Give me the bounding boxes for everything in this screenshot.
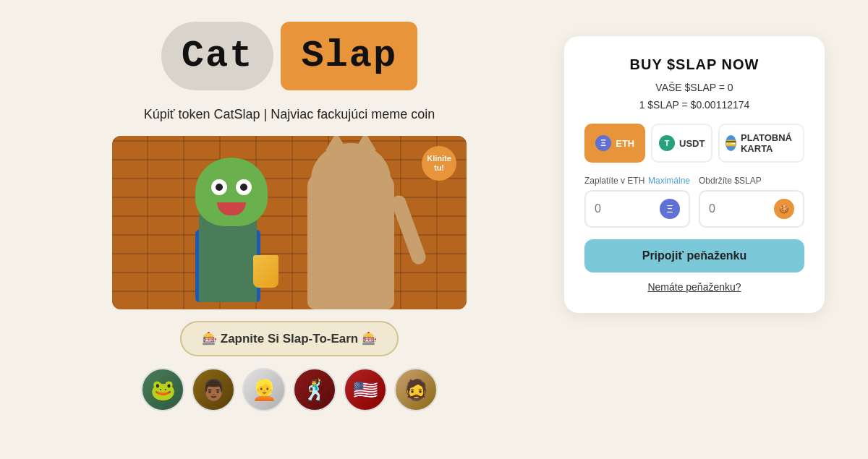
avatar-6-icon: 🧔 [404, 378, 429, 402]
tab-usdt[interactable]: T USDT [651, 124, 712, 163]
logo-slap: Slap [281, 22, 417, 90]
avatar-2-icon: 👨🏾 [201, 378, 226, 402]
slap-token-badge: 🍪 [774, 199, 794, 219]
cat-ear-right [354, 136, 376, 150]
left-section: Cat Slap Kúpiť token CatSlap | Najviac f… [43, 22, 535, 411]
receive-input-group: Obdržíte $SLAP 🍪 [699, 176, 804, 228]
slap-earn-button[interactable]: 🎰 Zapnite Si Slap-To-Earn 🎰 [180, 321, 399, 356]
usdt-icon: T [659, 135, 675, 151]
pepe-eye-left [211, 179, 227, 195]
tab-card-label: PLATOBNÁ KARTA [741, 132, 797, 154]
click-badge[interactable]: Klinite tu! [422, 146, 456, 181]
max-link[interactable]: Maximálne [648, 176, 690, 186]
avatar-1[interactable]: 🐸 [141, 368, 184, 411]
no-wallet-link[interactable]: Nemáte peňaženku? [584, 281, 804, 293]
avatar-5[interactable]: 🇺🇸 [344, 368, 387, 411]
receive-input-wrapper: 🍪 [699, 190, 804, 228]
payment-tabs: Ξ ETH T USDT 💳 PLATOBNÁ KARTA [584, 124, 804, 163]
buy-panel-title: BUY $SLAP NOW [584, 56, 804, 73]
pay-input-group: Zaplatíte v ETH Maximálne Ξ [584, 176, 690, 228]
tab-usdt-label: USDT [679, 138, 705, 149]
logo-container: Cat Slap [161, 22, 417, 90]
cat-ear-left [326, 136, 347, 150]
slap-balance: VAŠE $SLAP = 0 [584, 82, 804, 93]
pay-input-wrapper: Ξ [584, 190, 690, 228]
tab-eth-label: ETH [616, 138, 634, 149]
avatar-4[interactable]: 🕺 [293, 368, 336, 411]
cat-figure [293, 143, 409, 309]
avatar-row: 🐸 👨🏾 👱 🕺 🇺🇸 🧔 [141, 368, 438, 411]
card-icon: 💳 [726, 135, 736, 151]
cat-head [311, 143, 391, 215]
drink-cup [253, 255, 278, 288]
avatar-5-icon: 🇺🇸 [353, 378, 378, 402]
tab-card[interactable]: 💳 PLATOBNÁ KARTA [718, 124, 804, 163]
pay-label-row: Zaplatíte v ETH Maximálne [584, 176, 690, 186]
avatar-2[interactable]: 👨🏾 [192, 368, 235, 411]
buy-panel: BUY $SLAP NOW VAŠE $SLAP = 0 1 $SLAP = $… [564, 36, 825, 313]
pepe-figure [184, 158, 278, 302]
pepe-pupil-right [240, 184, 247, 191]
receive-label: Obdržíte $SLAP [699, 176, 762, 186]
meme-image-container: Klinite tu! [112, 136, 467, 309]
pay-label: Zaplatíte v ETH [584, 176, 644, 186]
pepe-head [195, 158, 268, 226]
input-row: Zaplatíte v ETH Maximálne Ξ Obdržíte $SL… [584, 176, 804, 228]
connect-wallet-button[interactable]: Pripojiť peňaženku [584, 239, 804, 273]
pepe-mouth [217, 202, 246, 215]
pepe-eye-right [236, 179, 252, 195]
avatar-1-icon: 🐸 [150, 378, 176, 402]
tab-eth[interactable]: Ξ ETH [584, 124, 645, 163]
slap-rate: 1 $SLAP = $0.00112174 [584, 99, 804, 111]
receive-label-row: Obdržíte $SLAP [699, 176, 804, 186]
page-subtitle: Kúpiť token CatSlap | Najviac fackujúci … [144, 105, 435, 124]
avatar-3[interactable]: 👱 [242, 368, 286, 411]
eth-token-badge: Ξ [660, 199, 680, 219]
eth-icon: Ξ [595, 135, 611, 151]
avatar-6[interactable]: 🧔 [394, 368, 438, 411]
pay-input[interactable] [595, 202, 654, 215]
pepe-pupil-left [216, 184, 223, 191]
logo-cat: Cat [161, 22, 274, 90]
avatar-4-icon: 🕺 [302, 378, 328, 402]
receive-input[interactable] [709, 202, 768, 215]
avatar-3-icon: 👱 [252, 378, 277, 402]
